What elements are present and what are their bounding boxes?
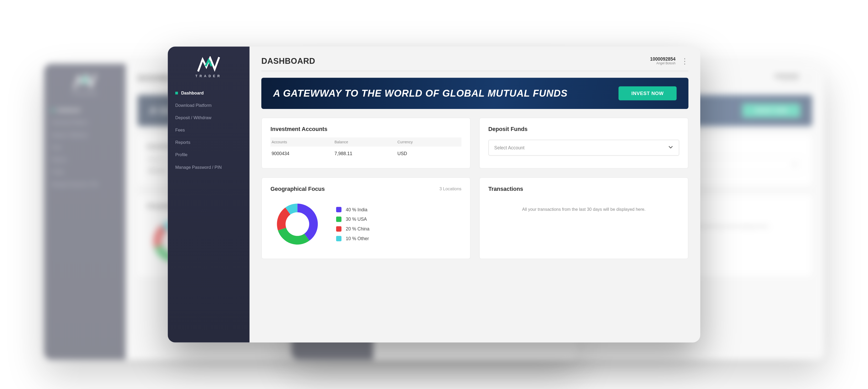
sidebar: TRADER DashboardDownload PlatformDeposit… [168,47,250,342]
chevron-down-icon [668,144,674,151]
sidebar-item-profile[interactable]: Profile [52,170,120,175]
logo-icon [197,56,220,72]
donut-chart [271,197,324,251]
invest-now-button[interactable]: INVEST NOW [618,86,677,100]
donut-slice-india [297,204,318,241]
col-balance: Balance [335,140,398,144]
legend-swatch [336,207,342,212]
geographical-focus-card: Geographical Focus 3 Locations 40 % Indi… [261,177,470,259]
sidebar-item-download-platform[interactable]: Download Platform [52,120,120,125]
brand-logo: TRADER [49,73,120,95]
hero-banner: A GATEWWAY TO THE WORLD OF GLOBAL MUTUAL… [261,78,688,109]
cell-balance: 7,988.11 [335,151,398,156]
legend-swatch [336,216,342,222]
legend-item-other: 10 % Other [336,236,369,241]
legend-item-usa: 30 % USA [336,216,369,222]
topbar: DASHBOARD 1000092854 Angel Botosh ⋮ [261,56,688,71]
sidebar-nav: DashboardDownload PlatformDeposit / With… [49,108,120,187]
cell-account: 9000434 [272,151,335,156]
table-row[interactable]: 90004347,988.11USD [271,147,462,161]
legend-label: 20 % China [346,226,369,232]
sidebar-item-dashboard[interactable]: Dashboard [175,91,244,95]
sidebar-item-manage-password-pin[interactable]: Manage Password / PIN [52,182,120,187]
page-title: DASHBOARD [261,56,315,65]
app-window: TRADER DashboardDownload PlatformDeposit… [168,47,700,342]
cell-currency: USD [398,151,461,156]
col-currency: Currency [398,140,461,144]
legend-swatch [336,236,342,241]
card-title: Geographical Focus [271,185,325,192]
brand-logo: TRADER [173,56,244,78]
legend-label: 10 % Other [346,236,369,241]
chevron-down-icon [792,162,797,168]
user-name: Angel Botosh [650,61,676,65]
legend-item-china: 20 % China [336,226,369,232]
card-subtitle: 3 Locations [439,186,462,191]
select-placeholder: Select Account [494,145,525,150]
user-id: 1000092854 [650,56,676,61]
logo-icon [74,73,96,90]
table-header: Accounts Balance Currency [271,138,462,147]
sidebar-item-fees[interactable]: Fees [52,145,120,150]
sidebar-item-profile[interactable]: Profile [175,152,244,157]
sidebar-nav: DashboardDownload PlatformDeposit / With… [173,91,244,170]
sidebar-item-fees[interactable]: Fees [175,128,244,132]
user-block: 1000092854 Angel Botosh [774,74,799,83]
col-accounts: Accounts [272,140,335,144]
sidebar-item-deposit-withdraw[interactable]: Deposit / Withdraw [175,116,244,120]
invest-now-button[interactable]: INVEST NOW [742,104,800,118]
sidebar-item-manage-password-pin[interactable]: Manage Password / PIN [175,165,244,170]
sidebar-item-deposit-withdraw[interactable]: Deposit / Withdraw [52,132,120,137]
transactions-empty-text: All your transactions from the last 30 d… [488,192,679,227]
legend-item-india: 40 % India [336,207,369,212]
transactions-card: Transactions All your transactions from … [479,177,688,259]
card-title: Transactions [488,185,679,192]
card-title: Investment Accounts [271,126,462,132]
legend-swatch [336,226,342,232]
banner-headline: A GATEWWAY TO THE WORLD OF GLOBAL MUTUAL… [273,88,567,99]
user-name: Angel Botosh [774,79,799,83]
sidebar-item-download-platform[interactable]: Download Platform [175,103,244,108]
legend-label: 30 % USA [346,216,367,222]
sidebar-item-dashboard[interactable]: Dashboard [52,108,120,113]
chart-legend: 40 % India30 % USA20 % China10 % Other [336,207,369,241]
sidebar: TRADER DashboardDownload PlatformDeposit… [44,64,126,360]
card-title: Deposit Funds [488,126,679,132]
deposit-funds-card: Deposit Funds Select Account [479,118,688,169]
legend-label: 40 % India [346,207,367,212]
brand-tagline: TRADER [195,74,222,78]
brand-tagline: TRADER [72,92,98,95]
investment-accounts-card: Investment Accounts Accounts Balance Cur… [261,118,470,169]
sidebar-item-reports[interactable]: Reports [52,157,120,162]
donut-slice-usa [278,228,309,245]
user-block: 1000092854 Angel Botosh [650,56,676,65]
select-account-dropdown[interactable]: Select Account [488,140,679,156]
user-id: 1000092854 [774,74,799,79]
sidebar-item-reports[interactable]: Reports [175,140,244,145]
main-content: DASHBOARD 1000092854 Angel Botosh ⋮ A GA… [250,47,700,342]
